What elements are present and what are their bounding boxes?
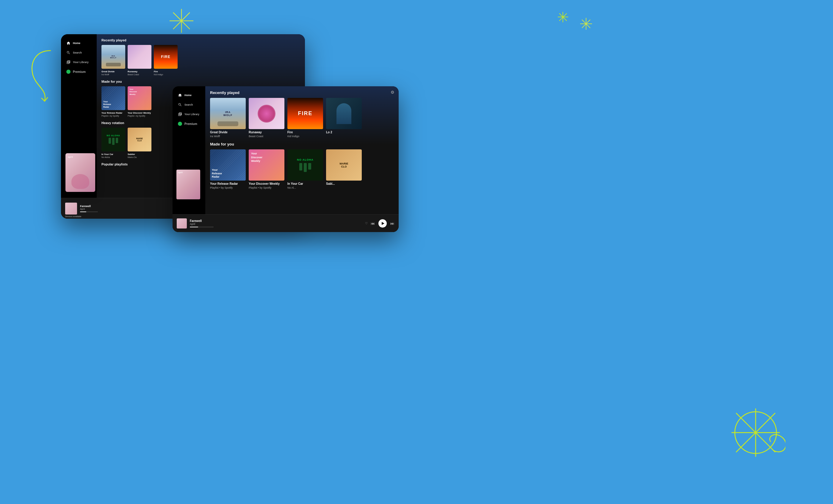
currently-playing-overlay: april: [66, 153, 95, 192]
small-tablet-main: ⚙ Recently played IRAWOLF Great Divide: [205, 86, 399, 232]
small-home-label: Home: [185, 94, 192, 97]
search-icon: [66, 51, 71, 55]
small-card-image-in-your-car: NO ALOHA: [287, 149, 323, 181]
small-card-ira-wolf[interactable]: IRAWOLF Great Divide Ira Wolff: [210, 98, 246, 138]
sidebar-item-premium[interactable]: Premium: [65, 68, 93, 75]
small-progress-fill: [190, 227, 198, 227]
small-card-runaway[interactable]: Runaway Beast Coast: [249, 98, 284, 138]
card-image-discover-weekly: YourDiscoverWeekly: [128, 86, 151, 110]
small-sidebar-item-search[interactable]: Search: [176, 101, 202, 108]
card-image-runaway: [128, 45, 151, 69]
small-library-label: Your Library: [185, 113, 199, 116]
sidebar-item-library[interactable]: Your Library: [65, 58, 93, 66]
home-label: Home: [73, 42, 80, 45]
card-in-your-car[interactable]: NO ALOHA In Your Car No Aloha: [101, 128, 125, 158]
small-player-track: Farewell: [190, 219, 362, 222]
made-for-you-title: Made for you: [101, 80, 300, 83]
card-subtitle-in-your-car: No Aloha: [101, 156, 125, 158]
home-icon: [66, 41, 71, 45]
library-icon: [66, 60, 71, 64]
farewell-album-text: april: [68, 155, 73, 158]
small-sidebar-item-home[interactable]: Home: [176, 92, 202, 99]
small-card-image-sablier: MARIECLO: [326, 149, 362, 181]
spotify-logo-icon: [66, 70, 71, 74]
small-card-title-in-your-car: In Your Car: [287, 182, 323, 186]
small-card-fire[interactable]: FIRE Fire Kid Indigo: [287, 98, 323, 138]
small-card-image-discover-weekly: YourDiscoverWeekly: [249, 149, 284, 181]
small-premium-label: Premium: [185, 122, 197, 125]
small-play-button[interactable]: [378, 219, 387, 227]
card-discover-weekly[interactable]: YourDiscoverWeekly Your Discover Weekly …: [128, 86, 151, 117]
small-library-icon: [178, 112, 182, 116]
small-card-subtitle-fire: Kid Indigo: [287, 135, 323, 138]
card-image-in-your-car: NO ALOHA: [101, 128, 125, 151]
small-tablet-sidebar: Home Search Your Library Premium: [172, 86, 205, 232]
card-title-release-radar: Your Release Radar: [101, 112, 125, 114]
svg-line-2: [173, 13, 190, 29]
card-title-runaway: Runaway: [128, 70, 151, 73]
card-subtitle-ira-wolf: Ira Wolff: [101, 73, 125, 76]
small-progress-bar[interactable]: [190, 227, 214, 227]
small-card-discover-weekly[interactable]: YourDiscoverWeekly Your Discover Weekly …: [249, 149, 284, 189]
small-card-title-discover-weekly: Your Discover Weekly: [249, 182, 284, 186]
sparkle-top-right: [558, 12, 568, 27]
small-card-title-runaway: Runaway: [249, 130, 284, 134]
library-label: Your Library: [73, 61, 89, 64]
small-player-controls: ⏮ ⏭: [371, 219, 395, 227]
card-title-fire: Fire: [154, 70, 177, 73]
card-subtitle-sablier: Marie-Clo: [128, 156, 151, 158]
small-recently-played-row: IRAWOLF Great Divide Ira Wolff: [210, 98, 394, 138]
discover-weekly-art-text: YourDiscoverWeekly: [128, 86, 151, 97]
small-made-for-you-row: YourReleaseRadar Your Release Radar Play…: [210, 149, 394, 189]
small-card-subtitle-release-radar: Playlist • by Spotify: [210, 186, 246, 189]
card-image-fire: FIRE: [154, 45, 177, 69]
card-image-sablier: MARIECLO: [128, 128, 151, 151]
small-ira-wolf-text: IRAWOLF: [223, 111, 233, 117]
small-sablier-art-text: MARIECLO: [340, 162, 348, 168]
settings-icon[interactable]: ⚙: [390, 90, 395, 95]
card-subtitle-discover-weekly: Playlist • by Spotify: [128, 115, 151, 117]
small-card-subtitle-in-your-car: No Al...: [287, 186, 323, 189]
card-ira-wolf[interactable]: IRAWOLF Great Divide Ira Wolff: [101, 45, 125, 76]
player-thumb-large: [65, 202, 77, 215]
small-no-aloha-text: NO ALOHA: [297, 158, 314, 161]
small-card-in-your-car[interactable]: NO ALOHA In Your Car No Al...: [287, 149, 323, 189]
card-runaway[interactable]: Runaway Beast Coast: [128, 45, 151, 76]
card-image-release-radar: YourReleaseRadar: [101, 86, 125, 110]
small-play-triangle: [382, 222, 384, 225]
small-currently-playing-overlay: april: [176, 170, 200, 199]
card-subtitle-fire: Kid Indigo: [154, 73, 177, 76]
small-sidebar-item-premium[interactable]: Premium: [176, 120, 202, 127]
small-tablet: Home Search Your Library Premium: [172, 86, 399, 232]
sidebar-item-home[interactable]: Home: [65, 40, 93, 47]
small-sidebar-item-library[interactable]: Your Library: [176, 111, 202, 118]
small-card-subtitle-ira-wolf: Ira Wolff: [210, 135, 246, 138]
sparkle-right: [580, 18, 592, 36]
small-card-release-radar[interactable]: YourReleaseRadar Your Release Radar Play…: [210, 149, 246, 189]
card-fire[interactable]: FIRE Fire Kid Indigo: [154, 45, 177, 76]
small-card-image-release-radar: YourReleaseRadar: [210, 149, 246, 181]
small-card-title-release-radar: Your Release Radar: [210, 182, 246, 186]
small-card-title-ira-wolf: Great Divide: [210, 130, 246, 134]
small-card-lofi[interactable]: Lo 2: [326, 98, 362, 138]
small-discover-weekly-art-text: YourDiscoverWeekly: [251, 152, 282, 163]
card-sablier[interactable]: MARIECLO Sablier Marie-Clo: [128, 128, 151, 158]
small-home-icon: [178, 93, 182, 97]
svg-line-3: [173, 13, 190, 29]
small-card-sablier[interactable]: MARIECLO Sabl...: [326, 149, 362, 189]
small-tablet-player-bar: Farewell April ♡ ⏮ ⏭: [172, 214, 399, 232]
card-title-discover-weekly: Your Discover Weekly: [128, 112, 151, 114]
small-next-button[interactable]: ⏭: [390, 221, 395, 226]
recently-played-title: Recently played: [101, 39, 300, 42]
sidebar-item-search[interactable]: Search: [65, 49, 93, 56]
sablier-art-text: MARIECLO: [136, 138, 143, 142]
small-card-subtitle-runaway: Beast Coast: [249, 135, 284, 138]
small-card-title-lofi: Lo 2: [326, 130, 362, 134]
card-release-radar[interactable]: YourReleaseRadar Your Release Radar Play…: [101, 86, 125, 117]
small-search-label: Search: [185, 103, 193, 106]
small-card-image-ira-wolf: IRAWOLF: [210, 98, 246, 129]
small-heart-button[interactable]: ♡: [365, 222, 368, 225]
small-search-icon: [178, 103, 182, 107]
progress-bar-large[interactable]: [80, 212, 98, 212]
small-prev-button[interactable]: ⏮: [371, 221, 375, 226]
